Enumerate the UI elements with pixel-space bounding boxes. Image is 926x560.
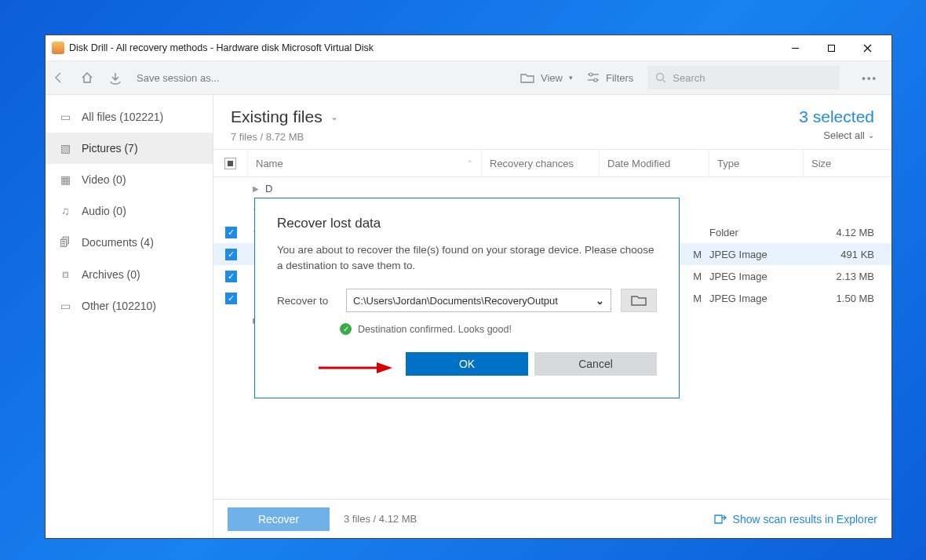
show-in-explorer-link[interactable]: Show scan results in Explorer (714, 513, 877, 525)
back-icon[interactable] (52, 71, 66, 85)
document-icon: 🗐 (58, 236, 72, 249)
chevron-down-icon: ▾ (569, 74, 573, 82)
table-header: Name⌃ Recovery chances Date Modified Typ… (213, 149, 891, 177)
row-type: Folder (709, 227, 804, 238)
other-icon: ▭ (58, 300, 72, 312)
download-icon[interactable] (108, 71, 122, 85)
row-size: 491 KB (804, 249, 891, 260)
row-checkbox[interactable]: ✓ (213, 271, 248, 282)
row-checkbox[interactable]: ✓ (213, 249, 248, 260)
maximize-button[interactable] (813, 35, 849, 60)
view-dropdown[interactable]: View ▾ (520, 72, 573, 84)
sidebar-item-video[interactable]: ▦Video (0) (46, 164, 213, 195)
folder-icon (631, 294, 647, 307)
file-summary: 7 files / 8.72 MB (231, 131, 338, 143)
row-name: D (264, 183, 600, 195)
app-window: Disk Drill - All recovery methods - Hard… (45, 35, 892, 539)
sidebar-item-pictures[interactable]: ▧Pictures (7) (46, 133, 213, 164)
sidebar-item-audio[interactable]: ♫Audio (0) (46, 195, 213, 227)
col-name[interactable]: Name⌃ (248, 150, 482, 176)
col-date[interactable]: Date Modified (600, 150, 709, 176)
destination-confirm: ✓ Destination confirmed. Looks good! (340, 323, 657, 335)
sliders-icon (587, 72, 600, 83)
chevron-down-icon: ⌄ (868, 131, 874, 140)
recover-button[interactable]: Recover (228, 507, 330, 531)
picture-icon: ▧ (58, 142, 72, 155)
select-all-checkbox[interactable] (213, 150, 248, 176)
window-title: Disk Drill - All recovery methods - Hard… (69, 42, 374, 53)
search-icon (655, 72, 666, 83)
row-size: 4.12 MB (804, 227, 891, 238)
svg-point-6 (589, 73, 592, 76)
svg-rect-1 (828, 45, 834, 51)
svg-line-9 (663, 80, 665, 82)
search-input[interactable]: Search (647, 66, 840, 89)
app-logo-icon (52, 42, 64, 54)
more-button[interactable]: ••• (854, 72, 885, 84)
svg-point-7 (594, 78, 597, 82)
row-size: 2.13 MB (804, 271, 891, 282)
sidebar-item-archives[interactable]: ⧈Archives (0) (46, 258, 213, 290)
music-icon: ♫ (58, 205, 72, 217)
save-session-button[interactable]: Save session as... (137, 72, 220, 84)
expand-icon[interactable]: ▶ (248, 184, 264, 193)
row-checkbox[interactable]: ✓ (213, 227, 248, 238)
minimize-button[interactable] (777, 35, 813, 60)
browse-folder-button[interactable] (621, 289, 657, 312)
stack-icon: ▭ (58, 111, 72, 123)
filters-button[interactable]: Filters (587, 72, 633, 84)
destination-combo[interactable]: C:\Users\Jordan\Documents\RecoveryOutput… (346, 289, 611, 312)
folder-icon (520, 72, 534, 83)
export-icon (714, 514, 727, 525)
sort-asc-icon: ⌃ (467, 159, 473, 167)
check-circle-icon: ✓ (340, 323, 352, 335)
video-icon: ▦ (58, 173, 72, 186)
row-size: 1.50 MB (804, 293, 891, 304)
sidebar: ▭All files (102221) ▧Pictures (7) ▦Video… (46, 95, 213, 538)
recover-to-label: Recover to (277, 295, 337, 307)
cancel-button[interactable]: Cancel (534, 352, 657, 376)
dialog-title: Recover lost data (277, 216, 657, 231)
col-type[interactable]: Type (709, 150, 804, 176)
col-size[interactable]: Size (804, 150, 891, 176)
dialog-body: You are about to recover the file(s) fou… (277, 242, 657, 273)
footer-info: 3 files / 4.12 MB (344, 513, 417, 525)
sidebar-item-other[interactable]: ▭Other (102210) (46, 290, 213, 322)
close-button[interactable] (849, 35, 885, 60)
chevron-down-icon: ⌄ (330, 111, 338, 122)
svg-point-8 (657, 74, 664, 81)
row-type: JPEG Image (709, 271, 804, 282)
footer: Recover 3 files / 4.12 MB Show scan resu… (213, 499, 891, 538)
page-title[interactable]: Existing files⌄ (231, 107, 338, 126)
titlebar: Disk Drill - All recovery methods - Hard… (46, 35, 891, 60)
selected-count: 3 selected (799, 107, 874, 126)
row-type: JPEG Image (709, 293, 804, 304)
row-type: JPEG Image (709, 249, 804, 260)
select-all-button[interactable]: Select all⌄ (799, 129, 874, 141)
recover-dialog: Recover lost data You are about to recov… (254, 198, 680, 398)
row-checkbox[interactable]: ✓ (213, 293, 248, 304)
home-icon[interactable] (80, 71, 94, 85)
toolbar: Save session as... View ▾ Filters Search… (46, 60, 891, 95)
archive-icon: ⧈ (58, 267, 72, 281)
ok-button[interactable]: OK (406, 352, 528, 376)
sidebar-item-documents[interactable]: 🗐Documents (4) (46, 227, 213, 258)
chevron-down-icon: ⌄ (596, 295, 604, 307)
sidebar-item-all[interactable]: ▭All files (102221) (46, 101, 213, 133)
col-recovery[interactable]: Recovery chances (482, 150, 600, 176)
table-row[interactable]: ▶D (213, 177, 891, 199)
